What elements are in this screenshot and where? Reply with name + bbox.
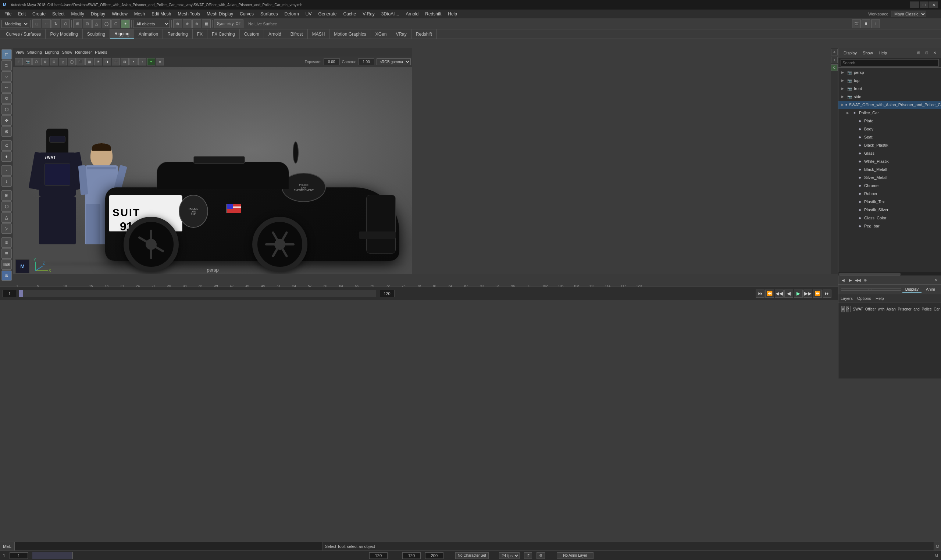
menu-item-curves[interactable]: Curves (237, 11, 257, 17)
menu-item-dtoall[interactable]: 3DtoAll... (378, 11, 402, 17)
show-icon[interactable]: ♦ (2, 151, 12, 162)
vp-icon-anim[interactable]: ▫ (138, 58, 147, 65)
menu-item-mesh[interactable]: Mesh (131, 11, 148, 17)
object-filter[interactable]: All objects (133, 20, 170, 28)
step-fwd-btn[interactable]: ▶▶ (804, 289, 812, 298)
render-btn[interactable]: 🎬 (852, 20, 861, 28)
menu-item-meshtools[interactable]: Mesh Tools (175, 11, 203, 17)
layer-p-btn[interactable]: P (846, 306, 850, 312)
lighting-menu[interactable]: Lighting (45, 50, 59, 54)
layer-color-box[interactable] (850, 306, 851, 312)
tree-item-3[interactable]: ▶📷side (838, 92, 941, 101)
outliner-scrollbar[interactable] (838, 272, 941, 275)
shelf-btn-4[interactable]: ◯ (102, 20, 111, 28)
tree-item-17[interactable]: ◆Plastik_Silver (838, 206, 941, 214)
anim-start-input[interactable] (402, 552, 421, 559)
tree-item-6[interactable]: ◆Plate (838, 117, 941, 125)
menu-item-cache[interactable]: Cache (340, 11, 359, 17)
gamma-input[interactable] (358, 58, 374, 65)
play-back-btn[interactable]: ◀ (784, 289, 793, 298)
snap-btn-2[interactable]: ⊕ (183, 20, 191, 28)
tree-item-12[interactable]: ◆Black_Metall (838, 165, 941, 174)
loop-btn[interactable]: ↺ (524, 552, 532, 559)
anim-end-input[interactable] (425, 552, 443, 559)
render-view-icon[interactable]: △ (2, 212, 12, 223)
menu-item-help[interactable]: Help (445, 11, 460, 17)
timeline-track[interactable] (19, 290, 376, 297)
fps-select[interactable]: 24 fps (499, 552, 520, 559)
paint-tool-icon[interactable]: ○ (2, 71, 12, 82)
end-frame-input[interactable] (369, 552, 387, 559)
go-to-end-btn[interactable]: ⏭ (822, 289, 831, 298)
display-tab[interactable]: Display (841, 50, 859, 56)
step-back-btn[interactable]: ◀◀ (775, 289, 784, 298)
vp-icon-isolate[interactable]: ⊡ (120, 58, 129, 65)
help-tab[interactable]: Help (877, 50, 890, 56)
tree-item-7[interactable]: ◆Body (838, 125, 941, 133)
play-fwd-btn[interactable]: ▶ (794, 289, 803, 298)
shelf-btn-transform[interactable]: ↔ (42, 20, 51, 28)
vp-icon-shaded2[interactable]: ⬛ (77, 58, 85, 65)
move-icon[interactable]: ↔ (2, 82, 12, 92)
shading-menu[interactable]: Shading (27, 50, 42, 54)
no-character-set-btn[interactable]: No Character Set (455, 552, 489, 559)
vp-icon-texture[interactable]: ▦ (85, 58, 93, 65)
snap-btn-3[interactable]: ⊕ (192, 20, 201, 28)
workspace-select[interactable]: Maya Classic (891, 11, 926, 17)
panels-menu[interactable]: Panels (95, 50, 107, 54)
vp-icon-extra[interactable]: ± (156, 58, 164, 65)
vp-icon-cam[interactable]: 📷 (23, 58, 32, 65)
menu-item-modify[interactable]: Modify (68, 11, 87, 17)
show-menu[interactable]: Show (62, 50, 73, 54)
select-tool-icon[interactable]: ◻ (2, 49, 12, 60)
menu-item-generate[interactable]: Generate (315, 11, 339, 17)
measure-icon[interactable]: ↕ (2, 176, 12, 187)
tree-item-9[interactable]: ◆Black_Plastik (838, 141, 941, 149)
playback-settings-btn[interactable]: ⚙ (537, 552, 545, 559)
tab-fx[interactable]: FX (193, 29, 207, 39)
tab-rigging[interactable]: Rigging (110, 29, 134, 39)
menu-item-file[interactable]: File (2, 11, 14, 17)
shelf-btn-5[interactable]: ⬡ (111, 20, 120, 28)
tree-item-14[interactable]: ◆Chrome (838, 182, 941, 189)
sculpt-icon[interactable]: ⊂ (2, 140, 12, 151)
tree-item-10[interactable]: ◆Glass (838, 149, 941, 157)
vp-icon-res[interactable]: ▪ (130, 58, 137, 65)
display-icon[interactable]: ⬡ (2, 202, 12, 212)
menu-item-display[interactable]: Display (88, 11, 108, 17)
anim-tab[interactable]: Anim (923, 286, 938, 293)
current-frame-display[interactable]: 1 (2, 290, 17, 297)
filter-icon[interactable]: ⊞ (915, 49, 922, 56)
rotate-icon[interactable]: ↻ (2, 93, 12, 104)
options-menu[interactable]: Options (857, 296, 871, 301)
tree-item-1[interactable]: ▶📷top (838, 77, 941, 85)
menu-item-editmesh[interactable]: Edit Mesh (148, 11, 174, 17)
anim-icon-1[interactable]: ◀ (840, 277, 847, 284)
tab-mash[interactable]: MASH (308, 29, 330, 39)
layer-icon[interactable]: ≋ (2, 271, 12, 281)
ipr-btn[interactable]: ⏸ (862, 20, 870, 28)
menu-item-meshdisplay[interactable]: Mesh Display (204, 11, 236, 17)
snap-to-point-icon[interactable]: · (2, 165, 12, 175)
display-anim-tab[interactable]: Display (902, 286, 921, 293)
vp-icon-subdiv[interactable]: ⊕ (41, 58, 49, 65)
mode-dropdown[interactable]: Modeling (2, 20, 29, 28)
show-tab[interactable]: Show (861, 50, 875, 56)
exposure-input[interactable] (324, 58, 340, 65)
lasso-tool-icon[interactable]: ⊃ (2, 60, 12, 71)
universal-icon[interactable]: ✥ (2, 115, 12, 126)
pause-btn[interactable]: ⏸ (871, 20, 880, 28)
channel-box-btn[interactable]: C (831, 64, 838, 71)
shelf-btn-1[interactable]: ⊞ (73, 20, 82, 28)
no-anim-layer-display-btn[interactable]: No Anim Layer (557, 552, 594, 559)
anim-icon-close[interactable]: ✕ (933, 277, 939, 284)
layer-v-btn[interactable]: V (841, 306, 845, 312)
next-keyframe-btn[interactable]: ⏩ (813, 289, 822, 298)
cmd-input[interactable] (15, 542, 322, 551)
snap-btn-1[interactable]: ⊕ (173, 20, 182, 28)
vp-icon-shaded[interactable]: ◯ (68, 58, 76, 65)
tree-item-8[interactable]: ◆Seat (838, 133, 941, 141)
channel-icon[interactable]: ≣ (2, 248, 12, 259)
mini-timeline[interactable] (32, 552, 365, 559)
shelf-btn-scale[interactable]: ⬡ (61, 20, 70, 28)
